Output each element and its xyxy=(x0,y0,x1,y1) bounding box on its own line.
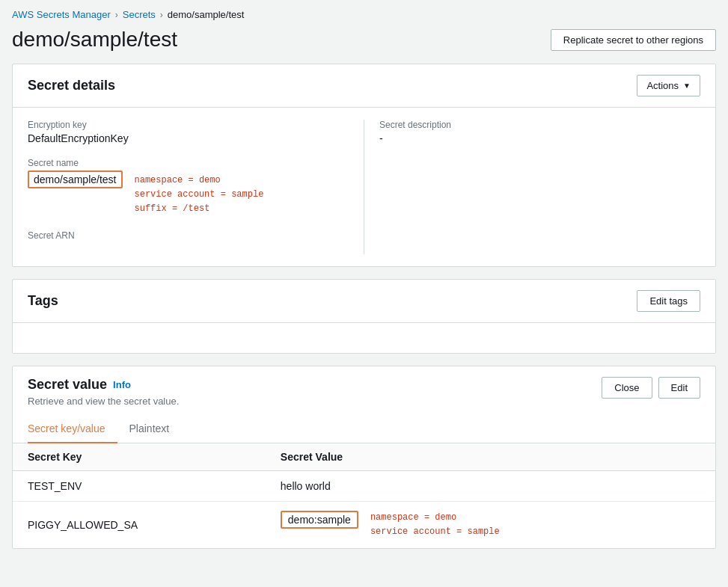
page-title: demo/sample/test xyxy=(12,28,177,52)
table-row: PIGGY_ALLOWED_SAdemo:samplenamespace = d… xyxy=(13,501,715,548)
breadcrumb-current: demo/sample/test xyxy=(168,9,245,20)
edit-tags-button[interactable]: Edit tags xyxy=(637,290,700,312)
secret-value-title: Secret value Info xyxy=(28,377,179,393)
secret-value-title-area: Secret value Info Retrieve and view the … xyxy=(28,377,179,407)
breadcrumb-secrets-link[interactable]: Secrets xyxy=(123,9,156,20)
col-secret-key: Secret Key xyxy=(13,443,266,471)
col-secret-value: Secret Value xyxy=(266,443,715,471)
encryption-key-item: Encryption key DefaultEncryptionKey xyxy=(28,120,349,144)
tags-body xyxy=(13,323,715,353)
details-left-col: Encryption key DefaultEncryptionKey Secr… xyxy=(28,120,364,254)
annotation-line-3: suffix = /test xyxy=(135,202,264,216)
table-body: TEST_ENVhello worldPIGGY_ALLOWED_SAdemo:… xyxy=(13,470,715,548)
secret-details-section: Secret details Actions ▼ Encryption key … xyxy=(12,64,716,267)
secret-value-title-text: Secret value xyxy=(28,377,107,393)
secret-name-item: Secret name demo/sample/test namespace =… xyxy=(28,158,349,217)
secret-details-body: Encryption key DefaultEncryptionKey Secr… xyxy=(13,108,715,266)
row-key-1: PIGGY_ALLOWED_SA xyxy=(13,501,266,548)
breadcrumb-aws-link[interactable]: AWS Secrets Manager xyxy=(12,9,111,20)
details-right-col: Secret description - xyxy=(364,120,700,254)
secret-value-subtitle: Retrieve and view the secret value. xyxy=(28,396,179,407)
table-header-row: Secret Key Secret Value xyxy=(13,443,715,471)
tags-section: Tags Edit tags xyxy=(12,279,716,354)
info-link[interactable]: Info xyxy=(113,379,131,390)
secret-arn-item: Secret ARN xyxy=(28,230,349,241)
secret-arn-label: Secret ARN xyxy=(28,230,349,241)
annotation-row-1-0: namespace = demo xyxy=(370,511,500,525)
details-grid: Encryption key DefaultEncryptionKey Secr… xyxy=(28,120,700,254)
breadcrumb: AWS Secrets Manager › Secrets › demo/sam… xyxy=(12,9,716,20)
close-button[interactable]: Close xyxy=(602,377,652,399)
row-value-0: hello world xyxy=(266,470,715,501)
secret-details-title: Secret details xyxy=(28,78,115,93)
secret-value-section: Secret value Info Retrieve and view the … xyxy=(12,366,716,549)
secret-kv-table: Secret Key Secret Value TEST_ENVhello wo… xyxy=(13,443,715,548)
annotation-row-1-1: service account = sample xyxy=(370,525,500,539)
row-key-0: TEST_ENV xyxy=(13,470,266,501)
dropdown-arrow-icon: ▼ xyxy=(683,82,691,90)
encryption-key-label: Encryption key xyxy=(28,120,349,130)
actions-label: Actions xyxy=(646,80,679,91)
tab-plaintext[interactable]: Plaintext xyxy=(129,415,182,443)
annotation-line-1: namespace = demo xyxy=(135,173,264,188)
annotation-line-2: service account = sample xyxy=(135,188,264,202)
actions-button[interactable]: Actions ▼ xyxy=(637,75,700,96)
secret-name-annotation: namespace = demo service account = sampl… xyxy=(135,173,264,217)
secret-value-buttons: Close Edit xyxy=(602,377,700,399)
page-header: demo/sample/test Replicate secret to oth… xyxy=(12,28,716,52)
tags-title: Tags xyxy=(28,293,58,309)
encryption-key-value: DefaultEncryptionKey xyxy=(28,132,349,144)
tags-header: Tags Edit tags xyxy=(13,280,715,323)
breadcrumb-sep-1: › xyxy=(115,10,118,20)
secret-name-label: Secret name xyxy=(28,158,349,168)
breadcrumb-sep-2: › xyxy=(160,10,163,20)
tab-key-value[interactable]: Secret key/value xyxy=(28,415,117,443)
value-with-annotation-1: demo:samplenamespace = demoservice accou… xyxy=(281,511,700,539)
secret-value-header: Secret value Info Retrieve and view the … xyxy=(13,366,715,414)
description-item: Secret description - xyxy=(379,120,700,144)
table-head: Secret Key Secret Value xyxy=(13,443,715,471)
description-value: - xyxy=(379,132,700,144)
secret-name-value: demo/sample/test xyxy=(28,170,123,188)
secret-details-header: Secret details Actions ▼ xyxy=(13,64,715,108)
table-row: TEST_ENVhello world xyxy=(13,470,715,501)
value-box-1: demo:sample xyxy=(281,511,358,529)
value-annotation-1: namespace = demoservice account = sample xyxy=(370,511,500,539)
edit-button[interactable]: Edit xyxy=(658,377,700,399)
secret-value-tabs: Secret key/value Plaintext xyxy=(13,414,715,443)
description-label: Secret description xyxy=(379,120,700,130)
row-value-1: demo:samplenamespace = demoservice accou… xyxy=(266,501,715,548)
replicate-secret-button[interactable]: Replicate secret to other regions xyxy=(551,29,716,51)
